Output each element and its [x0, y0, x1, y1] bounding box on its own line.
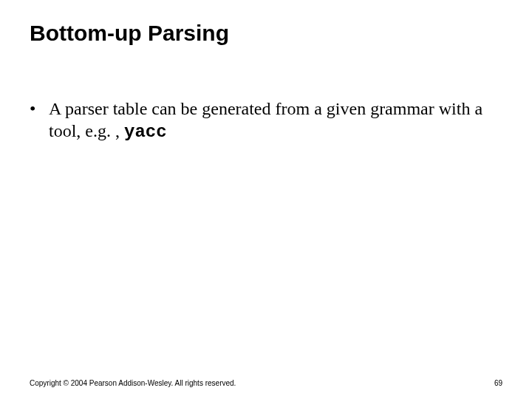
- bullet-text: A parser table can be generated from a g…: [49, 98, 502, 143]
- code-token: yacc: [124, 122, 167, 142]
- bullet-dot: •: [30, 98, 49, 120]
- slide-body: • A parser table can be generated from a…: [30, 98, 502, 143]
- slide: Bottom-up Parsing • A parser table can b…: [0, 0, 532, 399]
- bullet-text-run: A parser table can be generated from a g…: [49, 99, 482, 140]
- page-number: 69: [494, 379, 502, 387]
- slide-title: Bottom-up Parsing: [30, 21, 502, 46]
- bullet-item: • A parser table can be generated from a…: [30, 98, 502, 143]
- copyright-text: Copyright © 2004 Pearson Addison-Wesley.…: [30, 379, 236, 387]
- footer: Copyright © 2004 Pearson Addison-Wesley.…: [30, 379, 502, 387]
